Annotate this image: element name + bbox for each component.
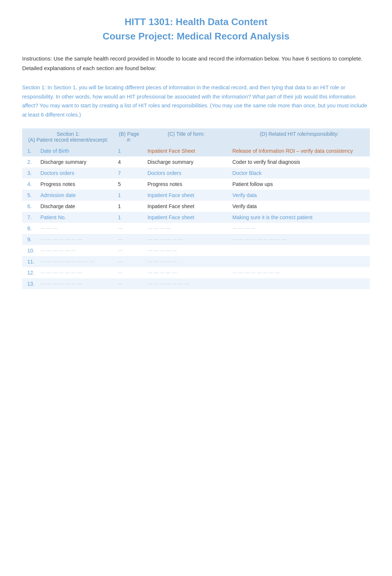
table-row: 10. — — — — — — — — — — — — (22, 245, 370, 256)
row-num: 8. (22, 223, 37, 234)
row-num: 2. (22, 156, 37, 168)
row-a: — — — — — — (37, 245, 114, 256)
header-section: Section 1: (A) Patient record element/ex… (22, 128, 114, 145)
table-row: 12. — — — — — — — — — — — — — — — — — — … (22, 267, 370, 278)
row-a: Doctors orders (37, 168, 114, 179)
table-row: 4. Progress notes 5 Progress notes Patie… (22, 179, 370, 190)
table-row: 13. — — — — — — — — — — — — — — — (22, 278, 370, 289)
table-header-row: Section 1: (A) Patient record element/ex… (22, 128, 370, 145)
row-num: 10. (22, 245, 37, 256)
header-col-b: (B) Page #: (114, 128, 144, 145)
row-b: 1 (114, 201, 144, 212)
row-d: — — — — — — — — (228, 267, 370, 278)
row-a: Discharge date (37, 201, 114, 212)
row-a: — — — — — — — (37, 234, 114, 245)
row-c: Progress notes (144, 179, 228, 190)
section-description: Section 1: In Section 1, you will be loc… (22, 83, 370, 120)
row-a: Admission date (37, 190, 114, 201)
row-num: 4. (22, 179, 37, 190)
row-a: Discharge summary (37, 156, 114, 168)
row-d: — — — — (228, 223, 370, 234)
row-b: 1 (114, 145, 144, 156)
row-b: — (114, 245, 144, 256)
row-c: — — — — — — — (144, 278, 228, 289)
row-a: — — — (37, 223, 114, 234)
row-num: 5. (22, 190, 37, 201)
row-b: — (114, 223, 144, 234)
table-row: 9. — — — — — — — — — — — — — — — — — — —… (22, 234, 370, 245)
row-d: Coder to verify final diagnosis (228, 156, 370, 168)
row-d (228, 245, 370, 256)
row-b: 1 (114, 190, 144, 201)
row-d (228, 256, 370, 267)
row-num: 12. (22, 267, 37, 278)
row-a: Patient No. (37, 212, 114, 223)
row-c: Inpatient Face sheet (144, 190, 228, 201)
row-c: Discharge summary (144, 156, 228, 168)
title-line2: Course Project: Medical Record Analysis (22, 29, 370, 44)
table-row: 6. Discharge date 1 Inpatient Face sheet… (22, 201, 370, 212)
row-c: — — — — — (144, 267, 228, 278)
table-row: 1. Date of Birth 1 Inpatient Face Sheet … (22, 145, 370, 156)
row-c: — — — — — (144, 256, 228, 267)
section1-table: Section 1: (A) Patient record element/ex… (22, 128, 370, 289)
row-d: Verify data (228, 190, 370, 201)
page-title: HITT 1301: Health Data Content Course Pr… (22, 15, 370, 44)
row-d: Patient follow ups (228, 179, 370, 190)
row-b: 7 (114, 168, 144, 179)
row-d: Release of Information ROI – verify data… (228, 145, 370, 156)
row-b: — (114, 256, 144, 267)
row-d (228, 278, 370, 289)
row-c: — — — — — (144, 245, 228, 256)
table-row: 3. Doctors orders 7 Doctors orders Docto… (22, 168, 370, 179)
row-c: Inpatient Face Sheet (144, 145, 228, 156)
row-b: 1 (114, 212, 144, 223)
row-c: Inpatient Face sheet (144, 201, 228, 212)
row-num: 1. (22, 145, 37, 156)
row-b: 5 (114, 179, 144, 190)
row-num: 3. (22, 168, 37, 179)
row-d: Making sure it is the correct patient (228, 212, 370, 223)
row-num: 13. (22, 278, 37, 289)
row-num: 6. (22, 201, 37, 212)
row-c: — — — — — — (144, 234, 228, 245)
table-row: 5. Admission date 1 Inpatient Face sheet… (22, 190, 370, 201)
row-c: Inpatient Face sheet (144, 212, 228, 223)
row-c: — — — — (144, 223, 228, 234)
row-b: — (114, 278, 144, 289)
table-row: 2. Discharge summary 4 Discharge summary… (22, 156, 370, 168)
row-num: 11. (22, 256, 37, 267)
row-num: 7. (22, 212, 37, 223)
table-row: 7. Patient No. 1 Inpatient Face sheet Ma… (22, 212, 370, 223)
header-col-c: (C) Title of form: (144, 128, 228, 145)
table-row: 11. — — — — — — — — — — — — — — — (22, 256, 370, 267)
row-a: Progress notes (37, 179, 114, 190)
row-a: Date of Birth (37, 145, 114, 156)
instructions-text: Instructions: Use the sample health reco… (22, 54, 370, 73)
row-c: Doctors orders (144, 168, 228, 179)
row-b: — (114, 234, 144, 245)
table-row: 8. — — — — — — — — — — — — (22, 223, 370, 234)
row-a: — — — — — — — (37, 267, 114, 278)
row-b: — (114, 267, 144, 278)
row-b: 4 (114, 156, 144, 168)
header-col-d: (D) Related HIT role/responsibility: (228, 128, 370, 145)
row-d: — — — — — — — — — (228, 234, 370, 245)
title-line1: HITT 1301: Health Data Content (22, 15, 370, 29)
row-a: — — — — — — — (37, 278, 114, 289)
row-a: — — — — — — — — — (37, 256, 114, 267)
row-d: Doctor Black (228, 168, 370, 179)
row-d: Verify data (228, 201, 370, 212)
row-num: 9. (22, 234, 37, 245)
